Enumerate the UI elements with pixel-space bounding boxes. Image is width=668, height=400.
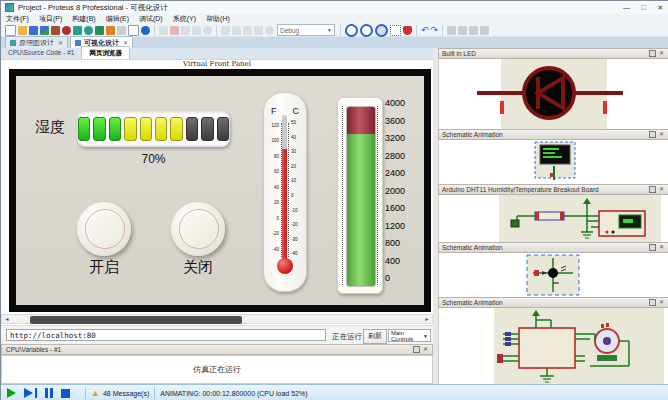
remove-file-icon[interactable] <box>170 26 179 35</box>
on-button[interactable] <box>77 202 131 256</box>
menu-item[interactable]: 构建(B) <box>67 14 100 24</box>
zoom-in-icon[interactable] <box>345 24 358 37</box>
scroll-left-arrow-icon[interactable]: ◄ <box>2 315 12 323</box>
menu-item[interactable]: 调试(D) <box>134 14 168 24</box>
tick-label: 40 <box>265 186 279 191</box>
scroll-right-arrow-icon[interactable]: ► <box>422 315 432 323</box>
clean-icon[interactable] <box>203 26 212 35</box>
pin-icon[interactable] <box>413 346 420 353</box>
tick-label: 60 <box>265 170 279 175</box>
menu-item[interactable]: 文件(F) <box>1 14 34 24</box>
build-icon[interactable] <box>181 26 190 35</box>
debug-configuration-select[interactable]: Debug ▼ <box>277 24 335 36</box>
zoom-out-icon[interactable] <box>360 24 373 37</box>
tick-label: 30 <box>291 150 305 155</box>
snap-icon[interactable] <box>403 26 412 35</box>
tab-source-code[interactable]: CPU\Source Code - #1 <box>1 47 81 59</box>
off-button[interactable] <box>171 202 225 256</box>
copy-icon[interactable] <box>458 26 467 35</box>
rebuild-icon[interactable] <box>192 26 201 35</box>
maximize-button[interactable]: □ <box>635 1 652 14</box>
message-count[interactable]: 48 Message(s) <box>103 390 149 397</box>
on-button-cap[interactable] <box>85 209 125 249</box>
terminal-icon[interactable] <box>117 26 126 35</box>
close-button[interactable]: ✕ <box>652 1 668 14</box>
cut-icon[interactable] <box>447 26 456 35</box>
pin-icon[interactable] <box>649 186 656 193</box>
horizontal-scrollbar[interactable]: ◄ ► <box>1 314 433 324</box>
section-header-dht11-board[interactable]: Arduino DHT11 Humidity/Temperature Break… <box>438 184 668 195</box>
new-project-icon[interactable] <box>5 25 16 36</box>
menu-item[interactable]: 项目(P) <box>34 14 67 24</box>
import-icon[interactable] <box>40 26 49 35</box>
main-controls-dropdown[interactable]: Main Controls ▼ <box>388 329 431 342</box>
zoom-all-icon[interactable] <box>375 24 388 37</box>
dht11-schematic-preview[interactable] <box>438 195 668 242</box>
minimize-button[interactable]: — <box>618 1 635 14</box>
speaker-icon[interactable] <box>73 26 82 35</box>
print-icon[interactable] <box>254 26 263 35</box>
pin-icon[interactable] <box>649 50 656 57</box>
close-panel-icon[interactable]: ✕ <box>659 187 664 192</box>
tick-label: -40 <box>265 248 279 253</box>
refresh-button[interactable]: 刷新 <box>363 329 387 344</box>
schematic-animation-preview-1[interactable] <box>438 140 668 184</box>
close-panel-icon[interactable]: ✕ <box>659 245 664 250</box>
explore-icon[interactable] <box>84 26 93 35</box>
stamp-icon[interactable] <box>480 26 489 35</box>
section-header-schematic-animation-2[interactable]: Schematic Animation ✕ <box>438 242 668 253</box>
simulation-running-message: 仿真正在运行 <box>193 364 241 375</box>
stop-button[interactable] <box>61 389 70 398</box>
folder2-icon[interactable] <box>232 26 241 35</box>
open-project-icon[interactable] <box>18 26 27 35</box>
section-header-schematic-animation-1[interactable]: Schematic Animation ✕ <box>438 129 668 140</box>
options-icon[interactable] <box>265 26 274 35</box>
play-button[interactable] <box>7 388 16 398</box>
led-segment-yellow <box>140 117 152 141</box>
close-panel-icon[interactable]: ✕ <box>659 132 664 137</box>
export-icon[interactable] <box>243 26 252 35</box>
schematic-icon[interactable] <box>106 26 115 35</box>
menu-item[interactable]: 编辑(E) <box>101 14 134 24</box>
section-header-built-in-led[interactable]: Built in LED ✕ <box>438 48 668 59</box>
pin-icon[interactable] <box>649 244 656 251</box>
pause-button[interactable] <box>45 388 53 398</box>
redo-icon[interactable]: ↷ <box>431 26 439 35</box>
help-icon[interactable] <box>141 26 150 35</box>
save-project-icon[interactable] <box>29 26 38 35</box>
close-panel-icon[interactable]: ✕ <box>659 300 664 305</box>
pin-icon[interactable] <box>649 299 656 306</box>
tab-web-browser[interactable]: 网页浏览器 <box>81 46 130 59</box>
close-panel-icon[interactable]: ✕ <box>659 51 664 56</box>
menu-item[interactable]: 帮助(H) <box>201 14 235 24</box>
tick-label: 20 <box>291 165 305 170</box>
home-icon[interactable] <box>51 26 60 35</box>
undo-icon[interactable]: ↶ <box>421 26 429 35</box>
url-input[interactable] <box>6 329 326 341</box>
tab-label: 原理图设计 <box>19 38 54 48</box>
built-in-led-preview[interactable] <box>438 59 668 129</box>
close-tab-icon[interactable]: ✕ <box>58 39 63 46</box>
upload-icon[interactable] <box>221 26 230 35</box>
step-button[interactable] <box>24 388 45 398</box>
paste-icon[interactable] <box>469 26 478 35</box>
section-title: Arduino DHT11 Humidity/Temperature Break… <box>439 186 599 193</box>
library-icon[interactable] <box>95 26 104 35</box>
off-button-cap[interactable] <box>179 209 219 249</box>
led-symbol <box>439 59 668 129</box>
schematic-animation-preview-3[interactable] <box>438 308 668 384</box>
close-tab-icon[interactable]: ✕ <box>123 39 128 46</box>
bug-icon[interactable] <box>62 26 71 35</box>
app-window: Project - Proteus 8 Professional - 可视化设计… <box>0 0 668 400</box>
zoom-area-icon[interactable] <box>390 25 401 36</box>
menu-item[interactable]: 系统(Y) <box>168 14 201 24</box>
tick-label: 80 <box>265 155 279 160</box>
notes-icon[interactable] <box>128 25 139 36</box>
close-panel-icon[interactable]: ✕ <box>423 347 428 352</box>
add-file-icon[interactable] <box>159 26 168 35</box>
schematic-animation-preview-2[interactable] <box>438 253 668 297</box>
section-header-schematic-animation-3[interactable]: Schematic Animation ✕ <box>438 297 668 308</box>
scrollbar-thumb[interactable] <box>30 316 242 324</box>
pin-icon[interactable] <box>649 131 656 138</box>
dropdown-arrow-icon: ▼ <box>327 27 332 33</box>
